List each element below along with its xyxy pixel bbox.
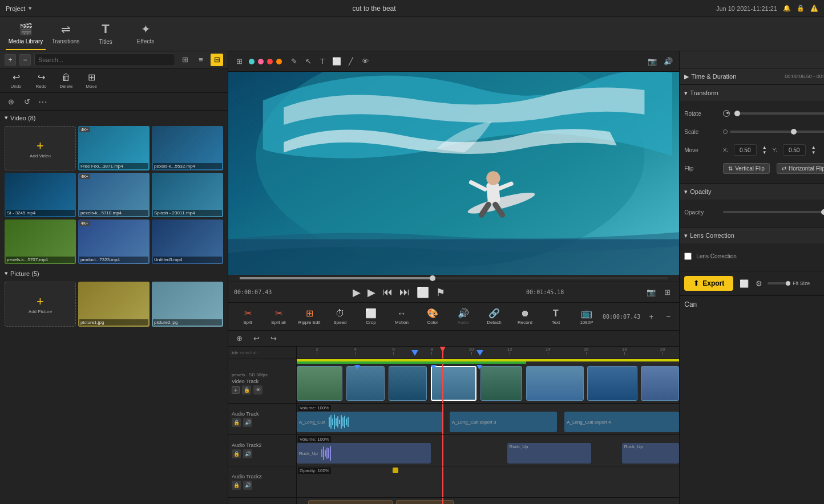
list-item[interactable]: pexels-k...5532.mp4 <box>152 126 223 170</box>
audio-tool[interactable]: 🔊 Audio <box>449 304 478 329</box>
preview-eye[interactable]: 👁 <box>359 55 371 68</box>
dot-pink[interactable] <box>258 59 264 64</box>
vertical-flip-btn[interactable]: ⇅ Vertical Flip <box>723 163 770 174</box>
settings-btn[interactable]: ↺ <box>21 95 33 108</box>
preview-annotate[interactable]: ✎ <box>288 55 300 68</box>
audio3-mute-btn[interactable]: 🔊 <box>243 481 252 490</box>
notification-icon[interactable]: 🔔 <box>783 5 791 12</box>
text-tool[interactable]: T Text <box>541 304 571 329</box>
settings-icon[interactable]: ⚙ <box>753 277 765 290</box>
lens-correction-checkbox[interactable] <box>684 253 692 260</box>
video-clip-8[interactable] <box>641 366 679 401</box>
list-item[interactable]: 4K+ product...7323.mp4 <box>78 220 150 264</box>
list-item[interactable]: 4K+ pexels-k...5710.mp4 <box>78 173 150 217</box>
preview-scale-slider[interactable] <box>768 282 790 284</box>
subtitle-clip-2[interactable]: Title 3: Summer Vibe <box>396 500 454 504</box>
add-video-btn[interactable]: + Add Video <box>5 126 76 170</box>
project-chevron[interactable]: ▾ <box>29 5 32 12</box>
move-btn[interactable]: ⊞ Move <box>80 72 103 89</box>
motion-tool[interactable]: ↔ Motion <box>387 304 417 329</box>
audio2-clip-1[interactable]: Ruck_Up <box>297 443 431 464</box>
preview-text[interactable]: T <box>316 55 329 68</box>
list-item[interactable]: St - 3245.mp4 <box>5 173 76 217</box>
list-item[interactable]: Splash - 23011.mp4 <box>152 173 223 217</box>
split-all-tool[interactable]: ✂ Split all <box>264 304 293 329</box>
crop-tool[interactable]: ⬜ Crop <box>356 304 386 329</box>
transform-title[interactable]: ▾ Transform <box>680 85 824 101</box>
list-view-btn[interactable]: ≡ <box>195 54 207 66</box>
rotate-slider[interactable] <box>734 112 824 115</box>
video-clip-2[interactable] <box>346 366 385 401</box>
toolbar-media-library[interactable]: 🎬 Media Library <box>6 18 46 50</box>
audio2-clip-2[interactable]: Ruck_Up <box>507 443 591 464</box>
search-input[interactable] <box>34 54 175 66</box>
color-tool[interactable]: 🎨 Color <box>418 304 447 329</box>
timeline-redo-btn[interactable]: ↪ <box>267 332 280 345</box>
preview-speaker-icon[interactable]: 🔊 <box>662 55 674 68</box>
filter-btn[interactable]: ⊟ <box>211 54 223 66</box>
timeline-add-btn[interactable]: ⊕ <box>233 332 245 345</box>
preview-cursor[interactable]: ↖ <box>302 55 314 68</box>
project-label[interactable]: Project <box>6 5 25 12</box>
scale-slider[interactable] <box>730 131 824 133</box>
remove-media-btn[interactable]: − <box>19 54 31 66</box>
clip-btn[interactable]: ⬜ <box>417 286 429 299</box>
audio-clip-3[interactable]: A_Long_Cult export 4 <box>564 412 679 432</box>
toolbar-titles[interactable]: T Titles <box>86 18 126 50</box>
audio3-lock-btn[interactable]: 🔒 <box>232 481 241 490</box>
video-clip-1[interactable] <box>297 366 342 401</box>
video-clip-6[interactable] <box>526 366 584 401</box>
rotate-indicator[interactable] <box>723 110 730 117</box>
toolbar-transitions[interactable]: ⇌ Transitions <box>46 18 86 50</box>
split-tool[interactable]: ✂ Split <box>233 304 262 329</box>
export-btn[interactable]: ⬆ Export <box>684 276 733 291</box>
list-item[interactable]: pexels-k...5707.mp4 <box>5 220 76 264</box>
list-item[interactable]: picture2.jpg <box>152 282 223 326</box>
audio1-mute-btn[interactable]: 🔊 <box>243 418 252 427</box>
audio1-lock-btn[interactable]: 🔒 <box>232 418 241 427</box>
horizontal-flip-btn[interactable]: ⇄ Horizontal Flip <box>777 163 824 174</box>
audio2-mute-btn[interactable]: 🔊 <box>243 449 252 458</box>
detach-tool[interactable]: 🔗 Detach <box>479 304 509 329</box>
opacity-title[interactable]: ▾ Opacity <box>680 184 824 200</box>
dot-red[interactable] <box>267 59 273 64</box>
delete-btn[interactable]: 🗑 Delete <box>55 72 78 89</box>
move-x-input[interactable] <box>734 144 757 156</box>
lock-icon[interactable]: 🔒 <box>797 5 805 12</box>
audio2-clip-3[interactable]: Ruck_Up <box>622 443 680 464</box>
lens-correction-title[interactable]: ▾ Lens Correction <box>680 227 824 243</box>
subtitle-clip-1[interactable]: BRE YOU <box>308 500 392 504</box>
video-add-btn[interactable]: + <box>232 386 240 394</box>
record-tool[interactable]: ⏺ Record <box>510 304 540 329</box>
video-clip-3[interactable] <box>389 366 427 401</box>
audio-clip-1[interactable]: A_Long_Cult <box>297 412 442 432</box>
time-duration-title[interactable]: ▶ Time & Duration 00:00:06.50 - 00:00:09… <box>680 68 824 84</box>
resolution-tool[interactable]: 📺 1080P <box>572 304 601 329</box>
opacity-slider[interactable] <box>723 211 824 213</box>
move-y-input[interactable] <box>783 144 806 156</box>
preview-shape[interactable]: ⬜ <box>330 55 343 68</box>
rewind-btn[interactable]: ⏮ <box>382 286 393 298</box>
preview-tool-1[interactable]: ⊞ <box>233 55 245 68</box>
audio2-lock-btn[interactable]: 🔒 <box>232 449 241 458</box>
dot-teal[interactable] <box>249 59 255 64</box>
timeline-undo-btn[interactable]: ↩ <box>250 332 262 345</box>
video-clip-4-selected[interactable] <box>431 366 476 401</box>
fullscreen-btn[interactable]: ⊞ <box>661 286 673 299</box>
video-clip-5[interactable] <box>480 366 523 401</box>
list-item[interactable]: Untitled3.mp4 <box>152 220 223 264</box>
zoom-out-btn[interactable]: − <box>662 310 674 323</box>
toolbar-effects[interactable]: ✦ Effects <box>126 18 165 50</box>
zoom-in-btn[interactable]: + <box>645 310 657 323</box>
speed-tool[interactable]: ⏱ Speed <box>325 304 355 329</box>
dot-orange[interactable] <box>276 59 282 64</box>
preview-line[interactable]: ╱ <box>345 55 357 68</box>
forward-btn[interactable]: ⏭ <box>399 286 410 298</box>
add-track-btn[interactable]: ⊕ <box>5 95 17 108</box>
add-picture-btn[interactable]: + Add Picture <box>5 282 76 326</box>
grid-view-btn[interactable]: ⊞ <box>179 54 191 66</box>
preview-camera-icon[interactable]: 📷 <box>646 55 659 68</box>
undo-btn[interactable]: ↩ Undo <box>5 72 27 89</box>
move-x-stepper[interactable]: ▲ ▼ <box>762 145 767 155</box>
more-btn[interactable]: ⋯ <box>37 95 49 108</box>
